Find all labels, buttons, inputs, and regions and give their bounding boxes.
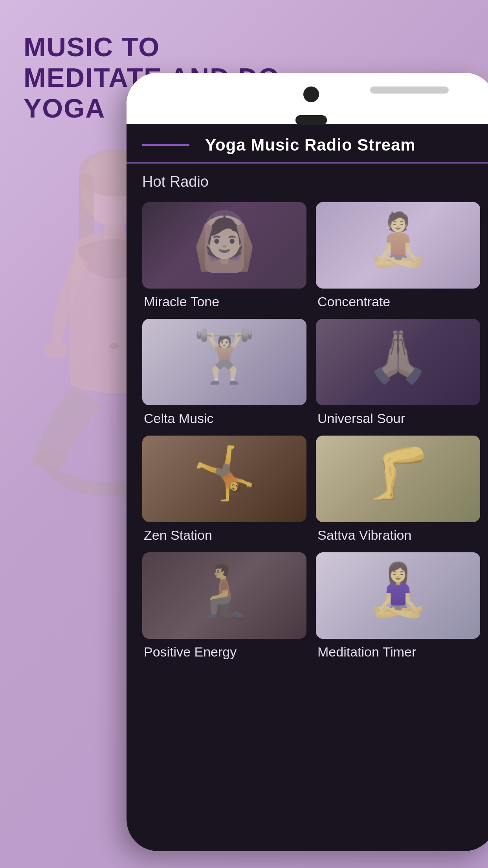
radio-thumb-concentrate [316, 202, 480, 289]
phone-speaker [370, 86, 449, 94]
app-title: Yoga Music Radio Stream [205, 136, 416, 154]
svg-point-4 [44, 341, 68, 359]
radio-name-universal-sour: Universal Sour [316, 411, 480, 426]
app-header: Yoga Music Radio Stream [127, 124, 488, 164]
radio-card-positive-energy[interactable]: Positive Energy [142, 552, 306, 660]
radio-thumb-sattva-vibration [316, 436, 480, 522]
radio-name-concentrate: Concentrate [316, 294, 480, 309]
radio-name-zen-station: Zen Station [142, 528, 306, 543]
radio-card-sattva-vibration[interactable]: Sattva Vibration [316, 436, 480, 543]
radio-card-miracle-tone[interactable]: Miracle Tone [142, 202, 306, 309]
radio-thumb-celta-music [142, 319, 306, 405]
radio-name-miracle-tone: Miracle Tone [142, 294, 306, 309]
radio-card-zen-station[interactable]: Zen Station [142, 436, 306, 543]
radio-thumb-positive-energy [142, 552, 306, 639]
radio-name-sattva-vibration: Sattva Vibration [316, 528, 480, 543]
radio-card-universal-sour[interactable]: Universal Sour [316, 319, 480, 426]
radio-thumb-zen-station [142, 436, 306, 522]
radio-thumb-universal-sour [316, 319, 480, 405]
radio-thumb-meditation-timer [316, 552, 480, 639]
app-screen: Yoga Music Radio Stream Hot Radio Miracl… [127, 124, 488, 851]
phone-frame: Yoga Music Radio Stream Hot Radio Miracl… [127, 73, 488, 851]
radio-grid: Miracle ToneConcentrateCelta MusicUniver… [127, 196, 488, 666]
radio-thumb-miracle-tone [142, 202, 306, 289]
svg-point-6 [31, 450, 67, 470]
phone-camera [303, 86, 319, 102]
phone-top-bar [127, 73, 488, 124]
phone-mic [295, 115, 327, 125]
radio-card-concentrate[interactable]: Concentrate [316, 202, 480, 309]
header-accent-line [142, 144, 189, 146]
radio-name-celta-music: Celta Music [142, 411, 306, 426]
section-label: Hot Radio [127, 164, 488, 196]
radio-card-celta-music[interactable]: Celta Music [142, 319, 306, 426]
radio-card-meditation-timer[interactable]: Meditation Timer [316, 552, 480, 660]
radio-name-positive-energy: Positive Energy [142, 644, 306, 660]
svg-point-8 [109, 343, 119, 349]
radio-name-meditation-timer: Meditation Timer [316, 644, 480, 660]
